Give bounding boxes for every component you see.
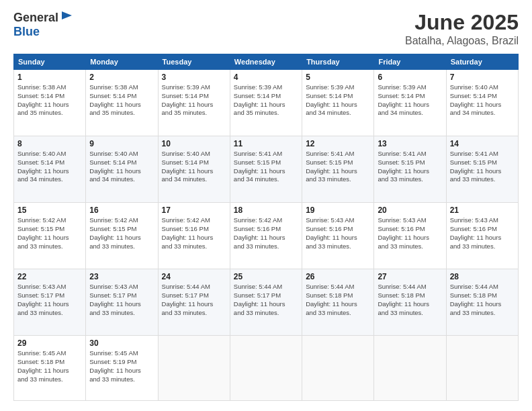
calendar-cell: 15Sunrise: 5:42 AM Sunset: 5:15 PM Dayli… [14,203,86,269]
month-title: June 2025 [405,10,519,35]
day-number: 14 [450,139,515,148]
calendar-cell: 22Sunrise: 5:43 AM Sunset: 5:17 PM Dayli… [14,269,86,336]
calendar-cell: 9Sunrise: 5:40 AM Sunset: 5:14 PM Daylig… [86,136,158,203]
calendar-cell [230,336,302,401]
day-number: 11 [234,139,298,148]
day-number: 5 [306,73,370,82]
calendar-cell [158,336,230,401]
day-info: Sunrise: 5:41 AM Sunset: 5:15 PM Dayligh… [378,150,442,184]
calendar-cell: 26Sunrise: 5:44 AM Sunset: 5:18 PM Dayli… [302,269,374,336]
col-header-wednesday: Wednesday [230,54,302,70]
calendar-cell: 2Sunrise: 5:38 AM Sunset: 5:14 PM Daylig… [86,70,158,136]
day-info: Sunrise: 5:44 AM Sunset: 5:17 PM Dayligh… [162,283,226,317]
day-info: Sunrise: 5:43 AM Sunset: 5:16 PM Dayligh… [378,216,442,250]
calendar-cell: 8Sunrise: 5:40 AM Sunset: 5:14 PM Daylig… [14,136,86,203]
day-info: Sunrise: 5:41 AM Sunset: 5:15 PM Dayligh… [450,150,515,184]
calendar-cell: 17Sunrise: 5:42 AM Sunset: 5:16 PM Dayli… [158,203,230,269]
day-info: Sunrise: 5:43 AM Sunset: 5:16 PM Dayligh… [306,216,370,250]
day-info: Sunrise: 5:40 AM Sunset: 5:14 PM Dayligh… [89,150,154,184]
day-info: Sunrise: 5:42 AM Sunset: 5:15 PM Dayligh… [17,216,82,250]
calendar-cell [374,336,446,401]
day-info: Sunrise: 5:43 AM Sunset: 5:16 PM Dayligh… [450,216,515,250]
day-info: Sunrise: 5:38 AM Sunset: 5:14 PM Dayligh… [17,83,82,118]
day-info: Sunrise: 5:44 AM Sunset: 5:18 PM Dayligh… [378,283,442,317]
day-info: Sunrise: 5:45 AM Sunset: 5:18 PM Dayligh… [17,349,82,383]
day-info: Sunrise: 5:41 AM Sunset: 5:15 PM Dayligh… [234,150,298,184]
day-number: 1 [17,73,82,82]
day-number: 7 [450,73,515,82]
day-info: Sunrise: 5:44 AM Sunset: 5:18 PM Dayligh… [450,283,515,317]
title-block: June 2025 Batalha, Alagoas, Brazil [405,10,519,47]
calendar-cell: 16Sunrise: 5:42 AM Sunset: 5:15 PM Dayli… [86,203,158,269]
day-info: Sunrise: 5:40 AM Sunset: 5:14 PM Dayligh… [450,83,515,118]
day-number: 10 [162,139,226,148]
day-number: 20 [378,205,442,215]
day-number: 18 [234,205,298,215]
col-header-saturday: Saturday [446,54,518,70]
calendar-cell: 11Sunrise: 5:41 AM Sunset: 5:15 PM Dayli… [230,136,302,203]
day-info: Sunrise: 5:42 AM Sunset: 5:16 PM Dayligh… [162,216,226,250]
day-number: 27 [378,272,442,281]
calendar-cell: 5Sunrise: 5:39 AM Sunset: 5:14 PM Daylig… [302,70,374,136]
col-header-sunday: Sunday [14,54,86,70]
logo: General Blue [13,10,73,39]
day-number: 24 [162,272,226,281]
day-number: 2 [89,73,154,82]
calendar-cell: 1Sunrise: 5:38 AM Sunset: 5:14 PM Daylig… [14,70,86,136]
location-title: Batalha, Alagoas, Brazil [405,35,519,47]
col-header-thursday: Thursday [302,54,374,70]
calendar-cell: 25Sunrise: 5:44 AM Sunset: 5:17 PM Dayli… [230,269,302,336]
calendar-cell [446,336,518,401]
calendar-cell: 3Sunrise: 5:39 AM Sunset: 5:14 PM Daylig… [158,70,230,136]
day-number: 8 [17,139,82,148]
calendar-cell: 23Sunrise: 5:43 AM Sunset: 5:17 PM Dayli… [86,269,158,336]
day-info: Sunrise: 5:39 AM Sunset: 5:14 PM Dayligh… [378,83,442,118]
day-info: Sunrise: 5:42 AM Sunset: 5:15 PM Dayligh… [89,216,154,250]
day-number: 4 [234,73,298,82]
page: General Blue June 2025 Batalha, Alagoas,… [0,0,532,411]
logo-blue: Blue [13,25,73,39]
calendar-cell: 29Sunrise: 5:45 AM Sunset: 5:18 PM Dayli… [14,336,86,401]
day-number: 12 [306,139,370,148]
day-info: Sunrise: 5:43 AM Sunset: 5:17 PM Dayligh… [89,283,154,317]
day-number: 3 [162,73,226,82]
logo-general: General [13,11,58,25]
calendar-cell: 14Sunrise: 5:41 AM Sunset: 5:15 PM Dayli… [446,136,518,203]
calendar-cell: 27Sunrise: 5:44 AM Sunset: 5:18 PM Dayli… [374,269,446,336]
day-number: 26 [306,272,370,281]
calendar-cell: 28Sunrise: 5:44 AM Sunset: 5:18 PM Dayli… [446,269,518,336]
day-info: Sunrise: 5:44 AM Sunset: 5:17 PM Dayligh… [234,283,298,317]
calendar-cell: 6Sunrise: 5:39 AM Sunset: 5:14 PM Daylig… [374,70,446,136]
calendar-cell: 24Sunrise: 5:44 AM Sunset: 5:17 PM Dayli… [158,269,230,336]
header: General Blue June 2025 Batalha, Alagoas,… [13,10,519,47]
day-info: Sunrise: 5:39 AM Sunset: 5:14 PM Dayligh… [306,83,370,118]
day-number: 23 [89,272,154,281]
calendar-cell: 21Sunrise: 5:43 AM Sunset: 5:16 PM Dayli… [446,203,518,269]
day-number: 6 [378,73,442,82]
calendar-cell: 7Sunrise: 5:40 AM Sunset: 5:14 PM Daylig… [446,70,518,136]
calendar-cell: 19Sunrise: 5:43 AM Sunset: 5:16 PM Dayli… [302,203,374,269]
logo-flag-icon [60,10,73,25]
calendar-cell: 20Sunrise: 5:43 AM Sunset: 5:16 PM Dayli… [374,203,446,269]
calendar-cell [302,336,374,401]
calendar-table: SundayMondayTuesdayWednesdayThursdayFrid… [13,54,519,401]
day-number: 9 [89,139,154,148]
day-info: Sunrise: 5:38 AM Sunset: 5:14 PM Dayligh… [89,83,154,118]
calendar-cell: 18Sunrise: 5:42 AM Sunset: 5:16 PM Dayli… [230,203,302,269]
day-number: 21 [450,205,515,215]
day-number: 30 [89,338,154,348]
day-info: Sunrise: 5:40 AM Sunset: 5:14 PM Dayligh… [162,150,226,184]
calendar-cell: 4Sunrise: 5:39 AM Sunset: 5:14 PM Daylig… [230,70,302,136]
day-number: 13 [378,139,442,148]
col-header-friday: Friday [374,54,446,70]
calendar-cell: 30Sunrise: 5:45 AM Sunset: 5:19 PM Dayli… [86,336,158,401]
day-info: Sunrise: 5:43 AM Sunset: 5:17 PM Dayligh… [17,283,82,317]
day-info: Sunrise: 5:44 AM Sunset: 5:18 PM Dayligh… [306,283,370,317]
svg-marker-0 [62,11,72,19]
day-info: Sunrise: 5:40 AM Sunset: 5:14 PM Dayligh… [17,150,82,184]
day-info: Sunrise: 5:39 AM Sunset: 5:14 PM Dayligh… [234,83,298,118]
calendar-cell: 10Sunrise: 5:40 AM Sunset: 5:14 PM Dayli… [158,136,230,203]
col-header-tuesday: Tuesday [158,54,230,70]
day-number: 16 [89,205,154,215]
day-info: Sunrise: 5:39 AM Sunset: 5:14 PM Dayligh… [162,83,226,118]
